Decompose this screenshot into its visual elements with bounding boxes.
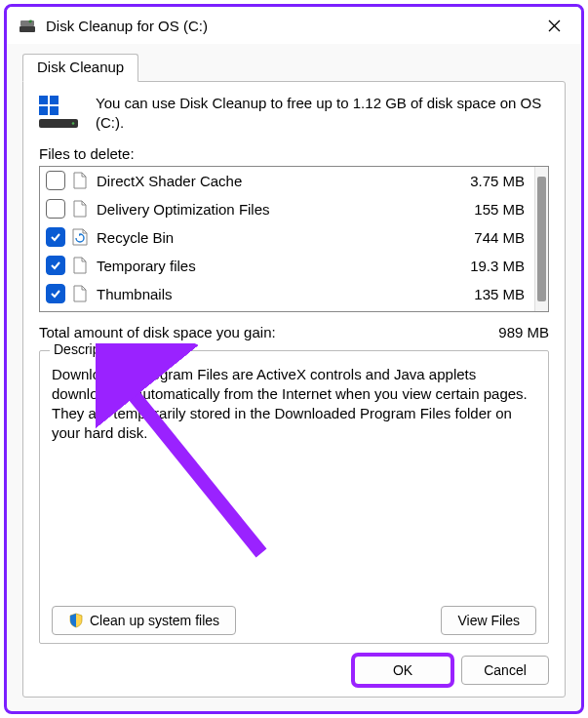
description-legend: Description (50, 341, 126, 357)
list-item-name: DirectX Shader Cache (97, 173, 451, 189)
svg-point-8 (72, 122, 75, 125)
total-value: 989 MB (461, 324, 549, 340)
cleanup-button-label: Clean up system files (90, 613, 219, 628)
description-text: Downloaded Program Files are ActiveX con… (52, 365, 536, 599)
close-icon (548, 20, 561, 32)
cancel-button[interactable]: Cancel (461, 656, 549, 685)
cleanup-system-files-button[interactable]: Clean up system files (52, 606, 236, 635)
cancel-button-label: Cancel (484, 662, 527, 678)
checkbox[interactable] (46, 227, 65, 247)
file-icon (71, 199, 89, 219)
dialog-body: Disk Cleanup You can use Disk Cleanup to… (7, 44, 581, 711)
list-item-name: Temporary files (97, 258, 451, 274)
window-title: Disk Cleanup for OS (C:) (46, 18, 538, 34)
svg-rect-6 (50, 106, 59, 115)
disk-cleanup-icon (19, 17, 36, 34)
list-item[interactable]: Recycle Bin744 MB (40, 223, 534, 252)
file-icon (71, 171, 89, 190)
list-item[interactable]: Thumbnails135 MB (40, 280, 534, 308)
list-item-name: Thumbnails (97, 286, 451, 302)
titlebar: Disk Cleanup for OS (C:) (7, 7, 581, 44)
info-row: You can use Disk Cleanup to free up to 1… (39, 94, 549, 134)
list-item-size: 744 MB (451, 229, 529, 246)
checkbox[interactable] (46, 171, 65, 190)
file-icon (71, 256, 89, 275)
scrollbar[interactable] (534, 167, 548, 311)
svg-rect-0 (20, 26, 35, 32)
files-to-delete-label: Files to delete: (39, 145, 549, 162)
info-text: You can use Disk Cleanup to free up to 1… (96, 94, 549, 134)
checkbox[interactable] (46, 256, 65, 275)
list-item[interactable]: Delivery Optimization Files155 MB (40, 195, 534, 223)
list-item-size: 3.75 MB (451, 173, 529, 189)
svg-rect-4 (50, 96, 59, 104)
file-icon (71, 284, 89, 303)
svg-rect-3 (39, 96, 48, 104)
list-item-name: Recycle Bin (97, 229, 451, 246)
total-row: Total amount of disk space you gain: 989… (39, 324, 549, 340)
list-item[interactable]: DirectX Shader Cache3.75 MB (40, 167, 534, 195)
ok-button-label: OK (393, 662, 412, 678)
checkbox[interactable] (46, 284, 65, 303)
total-label: Total amount of disk space you gain: (39, 324, 461, 340)
checkbox[interactable] (46, 199, 65, 219)
shield-icon (68, 613, 84, 628)
view-files-button[interactable]: View Files (441, 606, 536, 635)
svg-rect-5 (39, 106, 48, 115)
description-group: Description Downloaded Program Files are… (39, 350, 549, 645)
view-files-label: View Files (457, 613, 520, 628)
tab-strip: Disk Cleanup (22, 54, 566, 82)
scrollbar-thumb[interactable] (537, 177, 546, 301)
ok-button[interactable]: OK (354, 656, 451, 685)
list-item-size: 135 MB (451, 286, 529, 302)
tab-panel: You can use Disk Cleanup to free up to 1… (22, 81, 566, 698)
close-button[interactable] (538, 10, 569, 41)
dialog-footer: OK Cancel (39, 644, 549, 685)
list-item-size: 19.3 MB (451, 258, 529, 274)
list-item-name: Delivery Optimization Files (97, 201, 451, 218)
drive-icon (39, 94, 82, 134)
files-listbox[interactable]: DirectX Shader Cache3.75 MBDelivery Opti… (39, 166, 549, 312)
dialog-window: Disk Cleanup for OS (C:) Disk Cleanup (4, 4, 584, 714)
recycle-bin-icon (71, 227, 89, 247)
list-item[interactable]: Temporary files19.3 MB (40, 252, 534, 280)
tab-disk-cleanup[interactable]: Disk Cleanup (22, 54, 138, 82)
list-item-size: 155 MB (451, 201, 529, 218)
